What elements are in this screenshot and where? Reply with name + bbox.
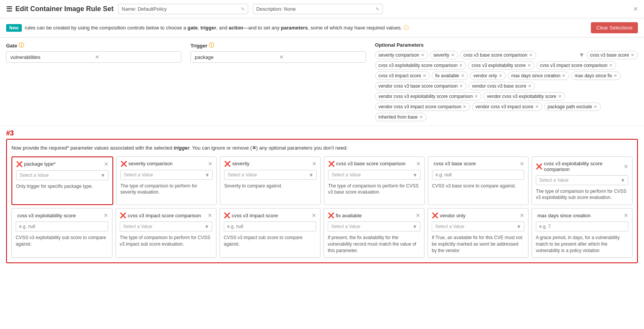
param-card-max-days-since-creation: max days since creation ✕ A grace period… <box>532 208 633 258</box>
param-card-severity-comparison-select[interactable]: Select a Value <box>120 170 213 180</box>
param-card-cvss-v3-impact-score-comparison-title: cvss v3 impact score comparison <box>128 213 208 218</box>
tag-severity-comparison[interactable]: severity comparison ✕ <box>375 51 428 59</box>
required-icon-cvss-v3-base-score-comparison: ❌ <box>328 161 335 167</box>
param-card-cvss-v3-impact-score-input[interactable] <box>224 222 316 231</box>
tag-inherited-from-base[interactable]: inherited from base ✕ <box>375 113 427 121</box>
param-card-package-type-remove[interactable]: ✕ <box>104 161 109 167</box>
tag-package-path-exclude[interactable]: package path exclude ✕ <box>544 103 601 111</box>
optional-params-section: Optional Parameters severity comparison … <box>375 42 638 121</box>
tag-cvss-v3-impact-score[interactable]: cvss v3 impact score ✕ <box>375 72 430 80</box>
param-card-cvss-v3-impact-score-comparison-header: ❌ cvss v3 impact score comparison ✕ <box>120 212 212 218</box>
param-card-max-days-since-creation-input[interactable] <box>536 222 628 231</box>
tag-cvss-v3-exploitability-score-comparison[interactable]: cvss v3 exploitability score comparison … <box>375 61 467 70</box>
param-card-severity-select[interactable]: Select a Value <box>224 170 317 180</box>
param-card-cvss-v3-exploitability-score-comparison-title: cvss v3 exploitability score comparison <box>544 161 624 172</box>
param-card-cvss-v3-base-score-comparison-select-wrap: Select a Value ▼ <box>328 170 421 180</box>
tag-x-cvss-v3-impact-score[interactable]: ✕ <box>423 73 426 78</box>
tag-x-vendor-cvss-v3-base-score[interactable]: ✕ <box>528 83 532 89</box>
tag-x-vendor-only[interactable]: ✕ <box>499 73 503 78</box>
param-card-cvss-v3-base-score-comparison-remove[interactable]: ✕ <box>416 161 421 167</box>
trigger-clear-icon[interactable]: ✕ <box>279 54 361 60</box>
tag-fix-available[interactable]: fix available ✕ <box>432 72 468 80</box>
trigger-info-icon[interactable]: ⓘ <box>209 42 214 49</box>
param-card-cvss-v3-exploitability-score-comparison-select[interactable]: Select a Value <box>536 175 628 185</box>
param-card-severity-comparison-title: severity comparison <box>128 161 208 166</box>
param-card-max-days-since-creation-header: max days since creation ✕ <box>536 212 628 218</box>
trigger-input[interactable]: package ✕ <box>190 51 366 63</box>
param-card-severity-comparison: ❌ severity comparison ✕ Select a Value ▼… <box>116 156 217 205</box>
gate-clear-icon[interactable]: ✕ <box>95 54 177 60</box>
param-card-fix-available-select[interactable]: Select a Value <box>328 222 420 231</box>
clear-selections-button[interactable]: Clear Selections <box>591 22 638 33</box>
tag-cvss-v3-impact-score-comparison[interactable]: cvss v3 impact score comparison ✕ <box>537 61 616 70</box>
tag-x-vendor-cvss-v3-exploitability-score[interactable]: ✕ <box>558 94 562 99</box>
gate-info-icon[interactable]: ⓘ <box>19 42 24 49</box>
param-card-cvss-v3-exploitability-score-remove[interactable]: ✕ <box>104 212 108 218</box>
param-card-fix-available-remove[interactable]: ✕ <box>416 212 420 218</box>
param-card-cvss-v3-impact-score-comparison-select[interactable]: Select a Value <box>120 222 212 231</box>
optional-params-dropdown-icon[interactable]: ▼ <box>579 52 585 59</box>
gate-value: vulnerabilities <box>10 54 93 60</box>
tag-x-vendor-cvss-v3-base-score-comparison[interactable]: ✕ <box>459 83 463 89</box>
tag-vendor-cvss-v3-impact-score-comparison[interactable]: vendor cvss v3 impact score comparison ✕ <box>375 103 470 111</box>
param-card-cvss-v3-impact-score-comparison-remove[interactable]: ✕ <box>208 212 212 218</box>
param-card-vendor-only-select[interactable]: Select a Value <box>432 222 524 231</box>
selectors-row: Gate ⓘ vulnerabilities ✕ Trigger ⓘ packa… <box>0 37 644 126</box>
param-card-vendor-only-header: ❌ vendor only ✕ <box>432 212 524 218</box>
param-card-cvss-v3-base-score-input[interactable] <box>432 170 525 180</box>
tag-x-cvss-v3-base-score-comparison[interactable]: ✕ <box>529 52 533 58</box>
tag-cvss-v3-base-score[interactable]: cvss v3 base score ✕ <box>587 51 638 59</box>
tag-x-cvss-v3-exploitability-score-comparison[interactable]: ✕ <box>459 63 463 68</box>
param-cards-row-1: ❌ package type* ✕ Select a Value ▼ Only … <box>11 156 633 205</box>
param-card-vendor-only-remove[interactable]: ✕ <box>520 212 524 218</box>
info-bar: New rules can be created by using the co… <box>0 18 644 37</box>
tag-vendor-cvss-v3-exploitability-score[interactable]: vendor cvss v3 exploitability score ✕ <box>483 92 565 101</box>
close-button[interactable]: × <box>633 5 638 13</box>
param-card-cvss-v3-base-score-remove[interactable]: ✕ <box>520 161 524 167</box>
param-card-severity-comparison-remove[interactable]: ✕ <box>208 161 213 167</box>
param-card-severity-remove[interactable]: ✕ <box>312 161 317 167</box>
param-card-cvss-v3-base-score-comparison-select[interactable]: Select a Value <box>328 170 421 180</box>
tag-cvss-v3-exploitability-score[interactable]: cvss v3 exploitability score ✕ <box>468 61 534 70</box>
tag-cvss-v3-base-score-comparison[interactable]: cvss v3 base score comparison ✕ <box>460 51 536 59</box>
param-card-severity: ❌ severity ✕ Select a Value ▼ Severity t… <box>220 156 321 205</box>
param-card-cvss-v3-base-score-header: cvss v3 base score ✕ <box>432 161 525 167</box>
tag-severity[interactable]: severity ✕ <box>430 51 458 59</box>
tag-x-cvss-v3-base-score[interactable]: ✕ <box>631 52 634 58</box>
param-card-max-days-since-creation-remove[interactable]: ✕ <box>624 212 628 218</box>
tag-x-package-path-exclude[interactable]: ✕ <box>594 104 597 109</box>
tag-vendor-cvss-v3-impact-score[interactable]: vendor cvss v3 impact score ✕ <box>472 103 542 111</box>
tag-vendor-cvss-v3-base-score[interactable]: vendor cvss v3 base score ✕ <box>468 82 535 90</box>
param-card-severity-desc: Severity to compare against. <box>224 183 317 189</box>
tag-x-max-days-since-creation[interactable]: ✕ <box>562 73 566 78</box>
param-card-cvss-v3-exploitability-score: cvss v3 exploitability score ✕ CVSS v3 e… <box>11 208 112 258</box>
gate-input[interactable]: vulnerabilities ✕ <box>6 51 181 63</box>
tag-x-severity[interactable]: ✕ <box>451 52 455 58</box>
tag-vendor-cvss-v3-base-score-comparison[interactable]: vendor cvss v3 base score comparison ✕ <box>375 82 467 90</box>
tag-x-max-days-since-fix[interactable]: ✕ <box>613 73 617 78</box>
tag-x-vendor-cvss-v3-exploitability-score-comparison[interactable]: ✕ <box>474 94 478 99</box>
tag-max-days-since-creation[interactable]: max days since creation ✕ <box>508 72 569 80</box>
tag-x-fix-available[interactable]: ✕ <box>461 73 465 78</box>
param-card-package-type-select[interactable]: Select a Value <box>16 170 109 180</box>
param-card-cvss-v3-base-score-comparison: ❌ cvss v3 base score comparison ✕ Select… <box>324 156 425 205</box>
param-card-cvss-v3-impact-score-remove[interactable]: ✕ <box>312 212 316 218</box>
tag-x-severity-comparison[interactable]: ✕ <box>421 52 424 58</box>
info-icon[interactable]: ⓘ <box>403 24 409 31</box>
name-edit-icon[interactable]: ✎ <box>241 7 245 12</box>
tag-vendor-only[interactable]: vendor only ✕ <box>470 72 506 80</box>
param-card-cvss-v3-exploitability-score-comparison-remove[interactable]: ✕ <box>624 163 628 169</box>
tag-x-cvss-v3-impact-score-comparison[interactable]: ✕ <box>609 63 613 68</box>
desc-edit-icon[interactable]: ✎ <box>376 7 379 12</box>
tag-x-vendor-cvss-v3-impact-score[interactable]: ✕ <box>535 104 539 109</box>
tag-x-vendor-cvss-v3-impact-score-comparison[interactable]: ✕ <box>463 104 467 109</box>
param-card-max-days-since-creation-title: max days since creation <box>537 213 624 218</box>
name-field[interactable]: Name: DefaultPolicy ✎ <box>118 4 248 14</box>
tag-vendor-cvss-v3-exploitability-score-comparison[interactable]: vendor cvss v3 exploitability score comp… <box>375 92 482 101</box>
tag-x-cvss-v3-exploitability-score[interactable]: ✕ <box>527 63 531 68</box>
param-card-cvss-v3-exploitability-score-input[interactable] <box>16 222 108 231</box>
param-card-vendor-only-select-wrap: Select a Value ▼ <box>432 222 524 231</box>
tag-max-days-since-fix[interactable]: max days since fix ✕ <box>571 72 621 80</box>
desc-field[interactable]: Description: None ✎ <box>253 4 383 14</box>
tag-x-inherited-from-base[interactable]: ✕ <box>419 114 423 120</box>
